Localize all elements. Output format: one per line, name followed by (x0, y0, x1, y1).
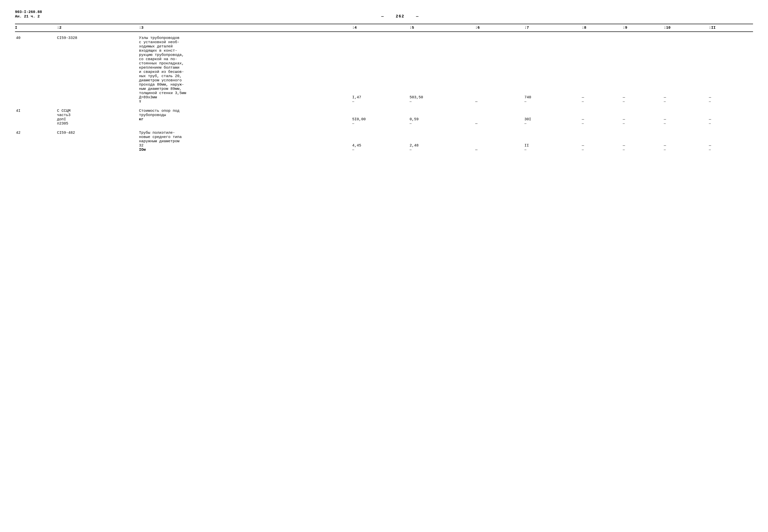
row-col4-41: 5I0,00— (351, 108, 409, 126)
row-code-41: С ССЦМчасть3допIп2305 (56, 108, 138, 126)
col-header-7: :7 (523, 24, 581, 32)
doc-number: 903-I-260.88 (15, 10, 753, 14)
col-header-6: :6 (474, 24, 523, 32)
col-header-11: :II (708, 24, 753, 32)
table-row: 40 CI59-3328 Узлы трубопроводов с устано… (15, 32, 753, 104)
sheet-info: Ан. 21 ч. 2 (15, 14, 40, 19)
row-col10-42: —— (663, 130, 708, 152)
row-col8-42: —— (581, 130, 622, 152)
row-col5-40: 503,50— (409, 32, 474, 104)
row-col7-40: 740— (523, 32, 581, 104)
table-row: 4I С ССЦМчасть3допIп2305 Стоимость опор … (15, 108, 753, 126)
row-num-41: 4I (15, 108, 56, 126)
table-row: 42 CI59-482 Трубы полиэтиле- новые средн… (15, 130, 753, 152)
row-col6-42: — (474, 130, 523, 152)
row-col7-41: 30I— (523, 108, 581, 126)
row-num-40: 40 (15, 32, 56, 104)
row-col6-41: — (474, 108, 523, 126)
row-col4-42: 4,45— (351, 130, 409, 152)
row-desc-42: Трубы полиэтиле- новые среднего типа нар… (138, 130, 351, 152)
page-number-area: — 262 — (47, 14, 753, 19)
col-header-10: :10 (663, 24, 708, 32)
row-col11-41: —— (708, 108, 753, 126)
col-header-1: I (15, 24, 56, 32)
row-col9-42: —— (622, 130, 663, 152)
row-col8-40: —— (581, 32, 622, 104)
row-code-40: CI59-3328 (56, 32, 138, 104)
row-desc-41: Стоимость опор под трубопроводы кг (138, 108, 351, 126)
sheet-info-line: Ан. 21 ч. 2 — 262 — (15, 14, 753, 19)
row-col11-40: —— (708, 32, 753, 104)
col-header-8: :8 (581, 24, 622, 32)
main-table: I :2 :3 :4 :5 :6 :7 :8 :9 :10 :II 40 CI5… (15, 24, 753, 152)
row-col5-42: 2,48— (409, 130, 474, 152)
col-header-9: :9 (622, 24, 663, 32)
row-num-42: 42 (15, 130, 56, 152)
col-header-3: :3 (138, 24, 351, 32)
row-code-42: CI59-482 (56, 130, 138, 152)
row-col9-40: —— (622, 32, 663, 104)
row-col7-42: II— (523, 130, 581, 152)
page-num: 262 (396, 14, 405, 19)
spacer-row (15, 104, 753, 108)
row-col8-41: —— (581, 108, 622, 126)
row-col6-40: — (474, 32, 523, 104)
col-header-4: :4 (351, 24, 409, 32)
col-header-5: :5 (409, 24, 474, 32)
col-header-2: :2 (56, 24, 138, 32)
sep-left: — (381, 14, 384, 19)
document-header: 903-I-260.88 Ан. 21 ч. 2 — 262 — (15, 10, 753, 19)
row-col10-40: —— (663, 32, 708, 104)
row-col9-41: —— (622, 108, 663, 126)
row-desc-40: Узлы трубопроводов с установкой необ- хо… (138, 32, 351, 104)
row-col11-42: —— (708, 130, 753, 152)
row-col10-41: —— (663, 108, 708, 126)
sep-right: — (416, 14, 419, 19)
row-col4-40: I,47— (351, 32, 409, 104)
table-header-row: I :2 :3 :4 :5 :6 :7 :8 :9 :10 :II (15, 24, 753, 32)
spacer-row (15, 126, 753, 130)
row-col5-41: 0,59— (409, 108, 474, 126)
